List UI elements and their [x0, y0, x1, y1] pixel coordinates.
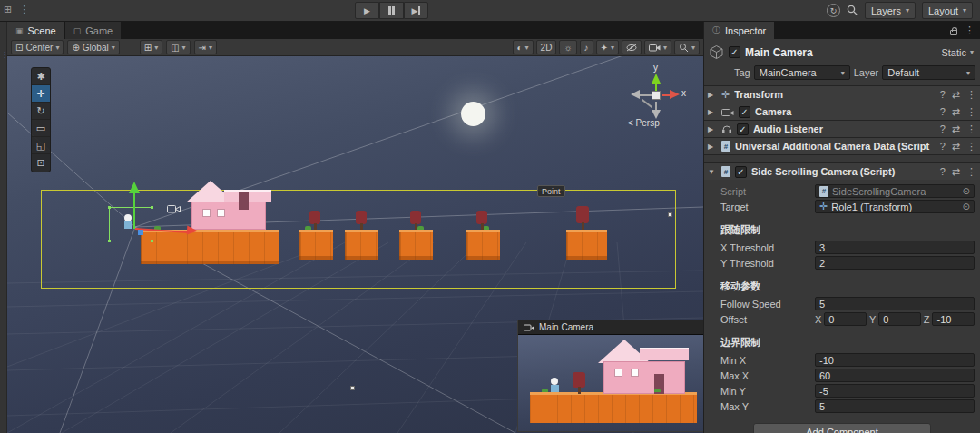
- window-menu-icon[interactable]: ⋮: [19, 4, 29, 15]
- component-menu-icon[interactable]: ⋮: [966, 106, 976, 118]
- gizmo-center-cube[interactable]: [652, 91, 661, 100]
- player-sprite[interactable]: [124, 214, 132, 229]
- perspective-label[interactable]: < Persp: [628, 118, 660, 128]
- offset-z-field[interactable]: -10: [932, 312, 975, 326]
- static-dropdown[interactable]: Static ▾: [941, 47, 975, 58]
- tab-inspector[interactable]: ⓘ Inspector: [704, 22, 775, 39]
- component-enabled-checkbox[interactable]: ✓: [737, 123, 749, 135]
- tag-dropdown[interactable]: MainCamera ▾: [754, 65, 850, 80]
- platform-tile-sprite[interactable]: [345, 230, 378, 260]
- rect-tool-button[interactable]: ▭: [32, 120, 50, 137]
- help-icon[interactable]: ?: [940, 141, 946, 152]
- layers-dropdown[interactable]: Layers ▾: [865, 2, 916, 19]
- platform-tile-sprite[interactable]: [299, 230, 333, 260]
- presets-icon[interactable]: ⇄: [952, 106, 960, 118]
- active-checkbox[interactable]: ✓: [729, 46, 740, 58]
- offset-x-field[interactable]: 0: [824, 312, 867, 326]
- ground-platform-sprite[interactable]: [141, 230, 279, 264]
- x-threshold-field[interactable]: 3: [815, 241, 975, 254]
- help-icon[interactable]: ?: [940, 166, 946, 177]
- camera-gizmo-icon[interactable]: [167, 204, 181, 215]
- snap-settings-dropdown[interactable]: ◫ ▾: [166, 40, 190, 54]
- gizmo-handle[interactable]: [350, 386, 355, 390]
- lock-icon[interactable]: [950, 30, 957, 35]
- component-enabled-checkbox[interactable]: ✓: [739, 106, 750, 118]
- max-y-field[interactable]: 5: [815, 399, 975, 413]
- platform-tile-sprite[interactable]: [466, 230, 500, 260]
- layout-dropdown[interactable]: Layout ▾: [922, 2, 973, 19]
- platform-tile-sprite[interactable]: [566, 230, 607, 260]
- version-control-icon[interactable]: ↻: [827, 4, 840, 17]
- foldout-icon[interactable]: ▶: [708, 143, 717, 151]
- component-header-side-scrolling-camera[interactable]: ▼ # ✓ Side Scrolling Camera (Script) ? ⇄…: [704, 162, 980, 180]
- draw-mode-dropdown[interactable]: ◐ ▾: [513, 40, 534, 54]
- follow-speed-field[interactable]: 5: [815, 297, 975, 310]
- component-header-transform[interactable]: ▶ ✛ Transform ? ⇄ ⋮: [704, 85, 980, 103]
- help-icon[interactable]: ?: [940, 89, 946, 100]
- script-object-field[interactable]: # SideScrollingCamera ⊙: [815, 184, 975, 198]
- foldout-icon[interactable]: ▶: [708, 125, 717, 133]
- collapsed-left-panel[interactable]: ⋮⋮: [0, 22, 7, 433]
- min-x-field[interactable]: -10: [815, 353, 975, 367]
- snap-increment-dropdown[interactable]: ⇥ ▾: [194, 40, 217, 54]
- presets-icon[interactable]: ⇄: [952, 89, 960, 101]
- object-picker-icon[interactable]: ⊙: [963, 186, 970, 196]
- house-sprite[interactable]: [184, 182, 271, 230]
- component-header-camera[interactable]: ▶ ✓ Camera ? ⇄ ⋮: [704, 103, 980, 120]
- add-component-button[interactable]: Add Component: [753, 423, 931, 433]
- gizmo-y-cone[interactable]: [652, 74, 661, 84]
- gizmo-neg-x-cone[interactable]: [631, 90, 640, 99]
- component-header-audio-listener[interactable]: ▶ ✓ Audio Listener ? ⇄ ⋮: [704, 120, 980, 137]
- object-picker-icon[interactable]: ⊙: [963, 202, 970, 212]
- component-menu-icon[interactable]: ⋮: [966, 141, 976, 153]
- y-threshold-field[interactable]: 2: [815, 256, 975, 270]
- help-icon[interactable]: ?: [940, 106, 946, 117]
- view-tool-button[interactable]: ✱: [32, 68, 50, 85]
- scene-audio-toggle[interactable]: ♪: [580, 40, 593, 54]
- window-grid-icon[interactable]: ⊞: [4, 4, 12, 15]
- foldout-icon[interactable]: ▶: [708, 108, 717, 116]
- min-y-field[interactable]: -5: [815, 384, 975, 398]
- tool-handle-rotation-dropdown[interactable]: ⊕ Global ▾: [67, 40, 119, 54]
- foldout-icon[interactable]: ▼: [708, 168, 717, 176]
- move-gizmo-y-axis[interactable]: [133, 192, 135, 229]
- gizmos-dropdown[interactable]: ▾: [674, 40, 700, 54]
- panel-menu-icon[interactable]: ⋮: [965, 25, 975, 36]
- 2d-mode-toggle[interactable]: 2D: [536, 40, 557, 54]
- move-tool-button[interactable]: ✛: [32, 85, 50, 103]
- component-menu-icon[interactable]: ⋮: [966, 89, 976, 101]
- target-object-field[interactable]: ✛ Role1 (Transform) ⊙: [815, 200, 975, 213]
- tab-scene[interactable]: ▣ Scene: [7, 22, 65, 39]
- move-gizmo-y-arrow-icon[interactable]: [129, 182, 140, 193]
- layer-dropdown[interactable]: Default ▾: [882, 65, 975, 80]
- tool-handle-position-dropdown[interactable]: ⊡ Center ▾: [11, 40, 64, 54]
- grid-visibility-dropdown[interactable]: ⊞ ▾: [140, 40, 162, 54]
- offset-y-field[interactable]: 0: [878, 312, 921, 326]
- step-button[interactable]: ▶: [404, 2, 428, 19]
- presets-icon[interactable]: ⇄: [952, 141, 960, 153]
- help-icon[interactable]: ?: [940, 123, 946, 134]
- rotate-tool-button[interactable]: ↻: [32, 103, 50, 120]
- gameobject-name-field[interactable]: Main Camera: [745, 46, 936, 59]
- effects-dropdown[interactable]: ✦ ▾: [596, 40, 619, 54]
- gizmo-z-arm[interactable]: [642, 99, 652, 108]
- orientation-gizmo[interactable]: y x < Persp: [625, 65, 689, 129]
- scene-camera-dropdown[interactable]: ▾: [644, 40, 671, 54]
- tab-game[interactable]: ▢ Game: [65, 22, 122, 39]
- foldout-icon[interactable]: ▶: [708, 91, 717, 99]
- pause-button[interactable]: [379, 2, 404, 19]
- search-icon[interactable]: [847, 5, 858, 16]
- component-menu-icon[interactable]: ⋮: [966, 123, 976, 135]
- component-enabled-checkbox[interactable]: ✓: [735, 166, 747, 178]
- max-x-field[interactable]: 60: [815, 369, 975, 382]
- presets-icon[interactable]: ⇄: [952, 166, 960, 178]
- component-menu-icon[interactable]: ⋮: [966, 166, 976, 178]
- scale-tool-button[interactable]: ◱: [32, 137, 50, 154]
- scene-lighting-toggle[interactable]: ☼: [559, 40, 576, 54]
- move-gizmo-x-arrow-icon[interactable]: [187, 226, 199, 236]
- presets-icon[interactable]: ⇄: [952, 123, 960, 135]
- scene-viewport[interactable]: Point y x < Persp ✱ ✛ ↻ ▭ ◱ ⊡: [7, 56, 703, 433]
- gizmo-handle[interactable]: [668, 212, 672, 217]
- platform-tile-sprite[interactable]: [399, 230, 433, 260]
- gizmo-x-cone[interactable]: [670, 90, 680, 99]
